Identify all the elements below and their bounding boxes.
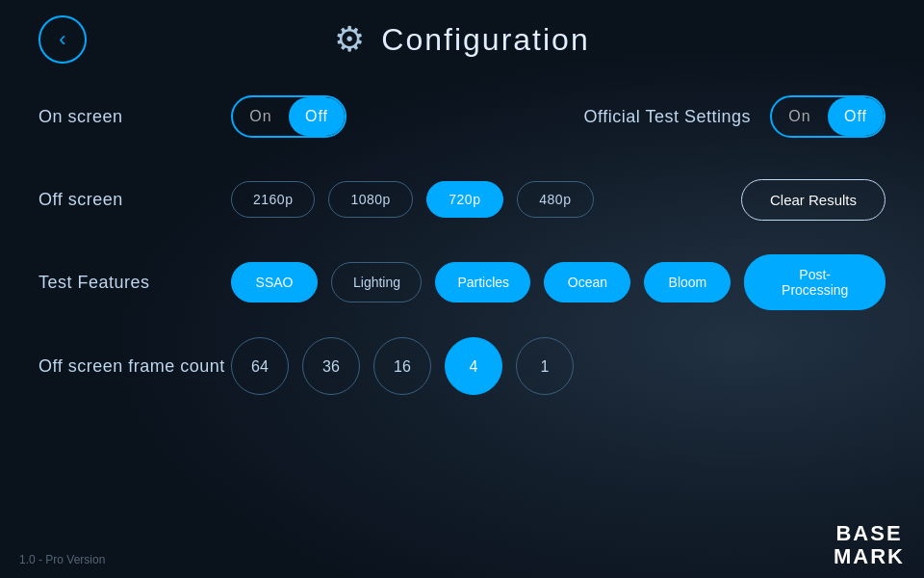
resolution-btn-1080p[interactable]: 1080p xyxy=(328,181,412,218)
feature-btn-particles[interactable]: Particles xyxy=(435,262,530,302)
frame-count-btn-4[interactable]: 4 xyxy=(445,337,502,395)
frame-count-btn-64[interactable]: 64 xyxy=(231,337,289,395)
page-title: Configuration xyxy=(381,22,589,58)
clear-results-group: Clear Results xyxy=(741,179,886,221)
test-features-label: Test Features xyxy=(38,273,231,293)
ots-toggle-on[interactable]: On xyxy=(772,97,828,136)
feature-btn-post-processing[interactable]: Post-Processing xyxy=(744,254,886,310)
frame-count-btn-36[interactable]: 36 xyxy=(302,337,360,395)
frame-count-btn-1[interactable]: 1 xyxy=(516,337,574,395)
feature-btn-ssao[interactable]: SSAO xyxy=(231,262,318,302)
back-icon: ‹ xyxy=(59,27,65,52)
resolution-btn-2160p[interactable]: 2160p xyxy=(231,181,315,218)
official-test-settings-toggle[interactable]: On Off xyxy=(770,95,886,138)
header-title-group: ⚙ Configuration xyxy=(334,19,589,60)
on-screen-toggle[interactable]: On Off xyxy=(231,95,346,138)
test-features-row: Test Features SSAOLightingParticlesOcean… xyxy=(38,254,886,310)
clear-results-button[interactable]: Clear Results xyxy=(741,179,886,221)
resolution-btn-720p[interactable]: 720p xyxy=(426,181,503,218)
off-screen-label: Off screen xyxy=(38,190,231,210)
on-screen-toggle-off[interactable]: Off xyxy=(289,97,345,136)
frame-count-btn-16[interactable]: 16 xyxy=(373,337,431,395)
official-test-settings-label: Official Test Settings xyxy=(584,107,751,127)
header: ‹ ⚙ Configuration xyxy=(38,19,886,60)
frame-count-row: Off screen frame count 64361641 xyxy=(38,337,886,395)
back-button[interactable]: ‹ xyxy=(38,15,87,64)
feature-btn-bloom[interactable]: Bloom xyxy=(644,262,731,302)
test-features-controls: SSAOLightingParticlesOceanBloomPost-Proc… xyxy=(231,254,886,310)
on-screen-toggle-on[interactable]: On xyxy=(233,97,289,136)
resolution-btn-480p[interactable]: 480p xyxy=(517,181,594,218)
gear-icon: ⚙ xyxy=(334,19,367,60)
on-screen-row: On screen On Off Official Test Settings … xyxy=(38,89,886,144)
on-screen-controls: On Off xyxy=(231,95,584,138)
off-screen-row: Off screen 2160p1080p720p480p Clear Resu… xyxy=(38,171,886,227)
official-test-settings-group: Official Test Settings On Off xyxy=(584,95,886,138)
frame-count-controls: 64361641 xyxy=(231,337,886,395)
frame-count-label: Off screen frame count xyxy=(38,356,231,377)
feature-btn-ocean[interactable]: Ocean xyxy=(544,262,630,302)
feature-btn-lighting[interactable]: Lighting xyxy=(331,262,422,302)
ots-toggle-off[interactable]: Off xyxy=(828,97,884,136)
off-screen-controls: 2160p1080p720p480p xyxy=(231,181,741,218)
on-screen-label: On screen xyxy=(38,107,231,127)
